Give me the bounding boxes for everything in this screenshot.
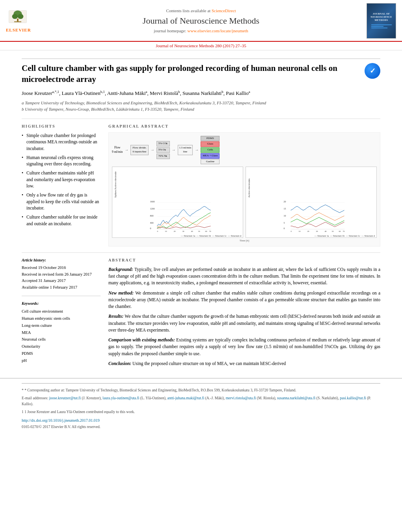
ga-y-axis-label-2: Active electrodes <box>246 167 253 198</box>
affiliations: a Tampere University of Technology, Biom… <box>22 100 380 113</box>
highlights-label: HIGHLIGHTS <box>22 124 100 129</box>
ga-co2-label: 5% CO₂ <box>156 141 170 146</box>
ga-arrow-2: → <box>151 147 154 153</box>
author-1: Joose Kreutzer <box>22 90 52 96</box>
keywords-list: Cell culture environment Human embryonic… <box>22 308 100 364</box>
email-narkilahti[interactable]: susanna.narkilahti@uta.fi <box>277 396 315 400</box>
author-3: Antti-Juhana Mäki <box>107 90 146 96</box>
author-4: Mervi Ristolà <box>150 90 178 96</box>
equal-contribution-text: 1 Joose Kreutzer and Laura Ylä-Outinen c… <box>24 410 135 414</box>
doi-section: http://dx.doi.org/10.1016/j.jneumeth.201… <box>22 418 380 423</box>
journal-cover-image: JOURNAL OFNEUROSCIENCEMETHODS <box>367 3 396 39</box>
results-label: Results: <box>108 314 125 319</box>
svg-text:20: 20 <box>284 200 286 203</box>
svg-text:0: 0 <box>150 227 151 230</box>
author-6: Pasi Kallio <box>226 90 248 96</box>
email-ristola-name: (M. Ristola), <box>257 396 277 400</box>
keywords-label: Keywords: <box>22 301 100 306</box>
chart2-line1 <box>291 205 344 213</box>
ga-n2-label: 70% N₂ <box>156 154 170 159</box>
keyword-5: Neuronal cells <box>22 336 100 343</box>
ga-valve-box: Flow divide.6 inputs/line <box>130 145 148 155</box>
cover-journal-label: JOURNAL OFNEUROSCIENCEMETHODS <box>370 13 392 22</box>
received-date: Received 19 October 2016 <box>22 265 100 271</box>
comparison-label: Comparison with existing methods: <box>108 337 176 342</box>
journal-info-center: Contents lists available at ScienceDirec… <box>45 8 357 34</box>
background-text: Typically, live cell analyses are perfor… <box>108 267 380 285</box>
keywords-section: Keywords: Cell culture environment Human… <box>22 301 100 364</box>
email-kallio[interactable]: pasi.kallio@tut.fi <box>340 396 366 400</box>
corresponding-text: * Corresponding author at: Tampere Unive… <box>24 388 296 392</box>
ga-flowrate-box: 1.5 ml/minline <box>178 145 193 155</box>
article-history-label: Article history: <box>22 258 100 263</box>
ga-charts-row: Spikes/Active electrode 1600 1200 800 40… <box>112 167 377 238</box>
email-text: E-mail addresses: <box>22 396 49 400</box>
svg-text:30: 30 <box>316 230 318 232</box>
results-text: We show that the culture chamber support… <box>108 314 380 332</box>
author-4-sup: b <box>178 90 180 94</box>
abstract-results: Results: We show that the culture chambe… <box>108 313 380 334</box>
svg-text:50: 50 <box>198 230 201 232</box>
info-divider <box>22 296 100 296</box>
author-5-sup: b <box>221 90 223 94</box>
email-kreutzer[interactable]: joose.kreutzer@tut.fi <box>49 396 81 400</box>
article-title-section: Cell culture chamber with gas supply for… <box>22 58 380 85</box>
svg-text:20: 20 <box>307 230 310 232</box>
author-1-sup: a,*,1 <box>52 90 60 94</box>
highlight-4: Only a low flow rate of dry gas is appli… <box>22 192 100 211</box>
footer-rule <box>22 383 380 384</box>
svg-text:60: 60 <box>339 230 341 232</box>
email-maki[interactable]: antti-juhana.maki@tut.fi <box>168 396 205 400</box>
email-outinen[interactable]: laura.yla-outinen@uta.fi <box>102 396 139 400</box>
svg-rect-5 <box>14 21 21 22</box>
ga-mea-label: MEA + Glass <box>201 153 220 159</box>
contents-available: Contents lists available at ScienceDirec… <box>45 8 357 14</box>
abstract-col: ABSTRACT Background: Typically, live cel… <box>108 258 380 370</box>
svg-text:1200: 1200 <box>150 208 155 210</box>
email-ristola[interactable]: mervi.ristola@uta.fi <box>226 396 256 400</box>
doi-link[interactable]: http://dx.doi.org/10.1016/j.jneumeth.201… <box>22 418 100 423</box>
keyword-1: Cell culture environment <box>22 308 100 315</box>
homepage-url[interactable]: www.elsevier.com/locate/jneumeth <box>187 28 248 33</box>
svg-text:800: 800 <box>150 215 154 217</box>
available-date: Available online 1 February 2017 <box>22 284 100 291</box>
new-method-label: New method: <box>108 291 135 295</box>
article-title: Cell culture chamber with gas supply for… <box>22 63 365 85</box>
elsevier-logo: ELSEVIER <box>6 9 45 33</box>
journal-title: Journal of Neuroscience Methods <box>45 15 357 27</box>
revised-date: Received in revised form 26 January 2017 <box>22 271 100 278</box>
keyword-4: MEA <box>22 329 100 336</box>
ga-time-label: Time [h] <box>112 239 377 243</box>
journal-homepage: journal homepage: www.elsevier.com/locat… <box>45 28 357 34</box>
copyright-text: 0165-0270/© 2017 Elsevier B.V. All right… <box>22 424 380 430</box>
svg-text:70: 70 <box>209 230 212 232</box>
author-6-sup: a <box>249 90 250 94</box>
elsevier-tree-icon <box>6 9 30 26</box>
svg-point-3 <box>18 14 23 19</box>
email-kreutzer-name: (J. Kreutzer), <box>82 396 103 400</box>
keyword-8: pH <box>22 357 100 364</box>
article-info-col: Article history: Received 19 October 201… <box>22 258 100 370</box>
keyword-2: Human embryonic stem cells <box>22 315 100 322</box>
svg-text:50: 50 <box>332 230 334 232</box>
svg-text:0: 0 <box>291 230 292 232</box>
main-content: Cell culture chamber with gas supply for… <box>0 50 402 378</box>
keyword-6: Osmolarity <box>22 343 100 350</box>
ga-gasline-label: Gasline <box>201 159 220 165</box>
author-2: Laura Ylä-Outinen <box>62 90 100 96</box>
ga-y-axis-label-1: Spikes/Active electrode <box>112 167 119 198</box>
ga-gas-inputs: 5% CO₂ 5% O₂ 70% N₂ <box>156 141 170 159</box>
ga-chart-top: Spikes/Active electrode 1600 1200 800 40… <box>112 167 243 238</box>
authors: Joose Kreutzera,*,1, Laura Ylä-Outinenb,… <box>22 89 380 97</box>
homepage-label: journal homepage: <box>154 28 186 33</box>
highlight-5: Culture chamber suitable for use inside … <box>22 214 100 227</box>
sciencedirect-link[interactable]: ScienceDirect <box>212 8 236 13</box>
publisher-logo-area: ELSEVIER <box>6 9 45 33</box>
highlights-graphical-section: HIGHLIGHTS Simple culture chamber for pr… <box>22 119 380 247</box>
email-outinen-name: (L. Ylä-Outinen), <box>140 396 168 400</box>
ga-o2-label: 5% O₂ <box>156 147 170 153</box>
ga-structure-labels: PDMS Glass Cells MEA + Glass Gasline <box>201 136 220 165</box>
chart2-line3 <box>291 217 344 225</box>
journal-header: ELSEVIER Contents lists available at Sci… <box>0 0 402 42</box>
ga-chart-svg-2: 20 15 10 5 0 0 10 20 <box>254 198 376 232</box>
